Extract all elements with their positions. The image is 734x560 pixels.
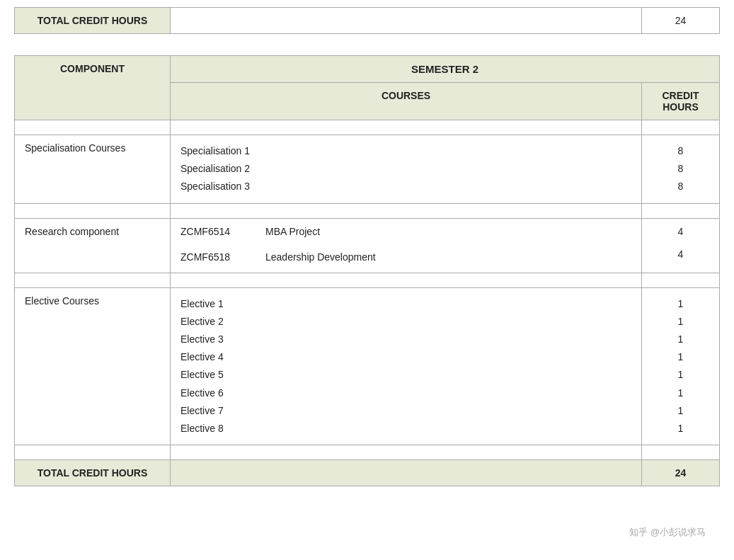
spacer-row-1 [15, 120, 720, 135]
credit-hours-header: CREDITHOURS [642, 83, 720, 120]
credits-research: 4 4 [642, 218, 720, 273]
component-specialisation: Specialisation Courses [15, 135, 171, 204]
semester-table: COMPONENT SEMESTER 2 COURSES CREDITHOURS… [14, 55, 720, 486]
courses-elective: Elective 1 Elective 2 Elective 3 Electiv… [171, 287, 642, 445]
table-row: Research component ZCMF6514 MBA Project … [15, 218, 720, 273]
table-row: Elective Courses Elective 1 Elective 2 E… [15, 287, 720, 445]
total-row: TOTAL CREDIT HOURS 24 [15, 460, 720, 486]
component-research: Research component [15, 218, 171, 273]
component-elective: Elective Courses [15, 287, 171, 445]
credits-specialisation: 8 8 8 [642, 135, 720, 204]
courses-research: ZCMF6514 MBA Project ZCMF6518 Leadership… [171, 218, 642, 273]
top-total-value: 24 [642, 8, 720, 34]
spacer-row-4 [15, 445, 720, 460]
component-header: COMPONENT [15, 56, 171, 120]
total-empty [171, 460, 642, 486]
spacer-row-2 [15, 203, 720, 218]
top-summary-table: TOTAL CREDIT HOURS 24 [14, 7, 720, 34]
courses-header: COURSES [171, 83, 642, 120]
top-total-label: TOTAL CREDIT HOURS [15, 8, 171, 34]
page-wrapper: TOTAL CREDIT HOURS 24 COMPONENT SEMESTER… [0, 0, 734, 501]
spacer-row-3 [15, 273, 720, 287]
semester-title: SEMESTER 2 [171, 56, 720, 83]
top-empty-cell [171, 8, 642, 34]
total-value: 24 [642, 460, 720, 486]
credits-elective: 1 1 1 1 1 1 1 1 [642, 287, 720, 445]
table-row: Specialisation Courses Specialisation 1 … [15, 135, 720, 204]
total-label: TOTAL CREDIT HOURS [15, 460, 171, 486]
courses-specialisation: Specialisation 1 Specialisation 2 Specia… [171, 135, 642, 204]
